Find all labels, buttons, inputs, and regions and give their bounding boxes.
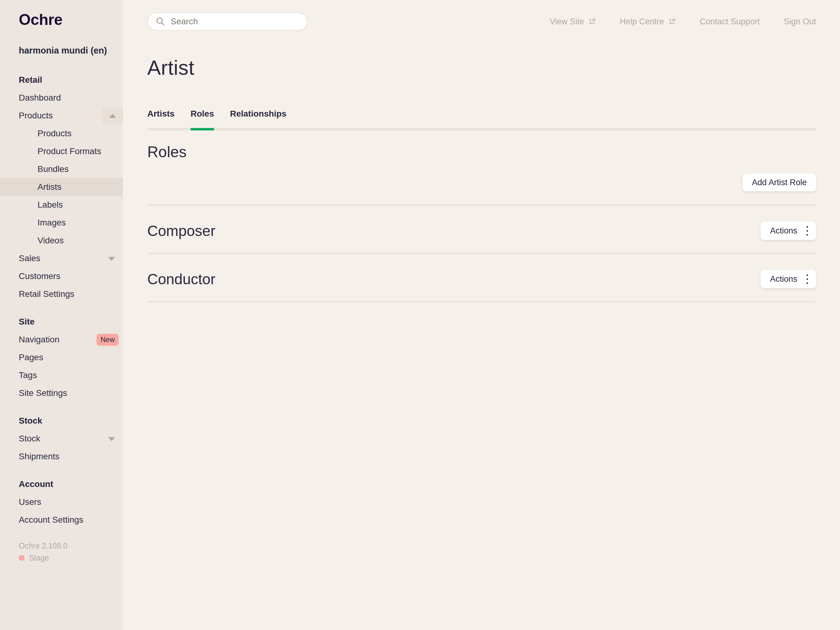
contact-support-label: Contact Support <box>700 17 760 27</box>
tab-roles[interactable]: Roles <box>191 109 214 130</box>
tab-artists[interactable]: Artists <box>147 109 175 130</box>
sidebar-item-pages[interactable]: Pages <box>0 348 123 366</box>
sidebar-header-stock: Stock <box>0 412 123 430</box>
stage-dot-icon <box>19 555 25 561</box>
sidebar-item-site-settings[interactable]: Site Settings <box>0 384 123 402</box>
help-centre-link[interactable]: Help Centre <box>620 17 676 27</box>
search-box[interactable] <box>147 12 308 31</box>
add-artist-role-button[interactable]: Add Artist Role <box>742 174 816 192</box>
app-root: Ochre harmonia mundi (en) Retail Dashboa… <box>0 0 840 630</box>
sidebar-item-retail-settings[interactable]: Retail Settings <box>0 285 123 303</box>
sidebar-header-account: Account <box>0 475 123 493</box>
tab-roles-label: Roles <box>191 109 214 119</box>
sidebar-item-stock-label: Stock <box>19 434 40 443</box>
active-tab-underline <box>191 128 214 130</box>
help-centre-label: Help Centre <box>620 17 664 27</box>
page-title: Artist <box>147 57 816 78</box>
role-name: Conductor <box>147 271 215 288</box>
sidebar-item-products[interactable]: Products <box>0 107 123 125</box>
sidebar-item-users[interactable]: Users <box>0 493 123 511</box>
sidebar: Ochre harmonia mundi (en) Retail Dashboa… <box>0 0 123 630</box>
sidebar-item-artists[interactable]: Artists <box>0 178 123 196</box>
search-input[interactable] <box>171 17 300 27</box>
tab-bar: Artists Roles Relationships <box>147 109 816 130</box>
environment-indicator: Stage <box>19 553 123 562</box>
sidebar-item-images[interactable]: Images <box>0 214 123 232</box>
composer-actions-button[interactable]: Actions <box>761 222 816 240</box>
sidebar-item-videos[interactable]: Videos <box>0 232 123 250</box>
kebab-menu-icon <box>807 226 808 236</box>
contact-support-link[interactable]: Contact Support <box>700 17 760 27</box>
external-link-icon <box>589 18 596 25</box>
products-collapse-toggle[interactable] <box>102 108 123 123</box>
tab-rule <box>147 128 816 130</box>
actions-label: Actions <box>770 274 797 284</box>
app-version: Ochre 2.108.0 <box>19 540 123 551</box>
sidebar-footer: Ochre 2.108.0 Stage <box>19 540 123 562</box>
sidebar-item-navigation-label: Navigation <box>19 335 59 345</box>
role-name: Composer <box>147 222 215 239</box>
sidebar-item-sales-label: Sales <box>19 253 40 263</box>
topbar: View Site Help Centre Contact Support Si… <box>147 12 816 31</box>
environment-label: Stage <box>29 553 49 562</box>
sidebar-item-dashboard[interactable]: Dashboard <box>0 89 123 107</box>
divider <box>147 301 816 302</box>
nav-section-gap <box>0 465 123 475</box>
chevron-down-icon <box>108 257 115 261</box>
view-site-link[interactable]: View Site <box>550 17 596 27</box>
sidebar-nav: Retail Dashboard Products Products Produ… <box>0 71 123 529</box>
external-link-icon <box>668 18 676 25</box>
chevron-up-icon <box>109 114 116 118</box>
add-role-row: Add Artist Role <box>147 174 816 192</box>
view-site-label: View Site <box>550 17 584 27</box>
sidebar-item-shipments[interactable]: Shipments <box>0 448 123 465</box>
conductor-actions-button[interactable]: Actions <box>761 270 816 288</box>
main-content: View Site Help Centre Contact Support Si… <box>123 0 840 630</box>
site-name: harmonia mundi (en) <box>19 44 123 57</box>
sidebar-item-navigation[interactable]: Navigation New <box>0 331 123 348</box>
sidebar-header-site: Site <box>0 313 123 331</box>
sidebar-item-customers[interactable]: Customers <box>0 268 123 285</box>
sidebar-item-tags[interactable]: Tags <box>0 366 123 384</box>
kebab-menu-icon <box>807 274 808 284</box>
tab-relationships[interactable]: Relationships <box>230 109 287 130</box>
sign-out-label: Sign Out <box>784 17 816 27</box>
sidebar-item-sales[interactable]: Sales <box>0 250 123 268</box>
nav-section-gap <box>0 402 123 412</box>
sidebar-item-product-formats[interactable]: Product Formats <box>0 142 123 160</box>
topbar-links: View Site Help Centre Contact Support Si… <box>550 17 816 27</box>
actions-label: Actions <box>770 226 797 236</box>
app-logo[interactable]: Ochre <box>19 11 123 28</box>
add-artist-role-label: Add Artist Role <box>752 178 807 187</box>
nav-section-gap <box>0 303 123 313</box>
sidebar-item-labels[interactable]: Labels <box>0 196 123 214</box>
chevron-down-icon <box>108 437 115 441</box>
sign-out-link[interactable]: Sign Out <box>784 17 816 27</box>
new-badge: New <box>96 334 119 346</box>
sidebar-item-account-settings[interactable]: Account Settings <box>0 511 123 529</box>
sidebar-header-retail: Retail <box>0 71 123 89</box>
search-icon <box>155 16 166 27</box>
sidebar-item-products-products[interactable]: Products <box>0 125 123 142</box>
role-row-conductor: Conductor Actions <box>147 254 816 301</box>
sidebar-item-bundles[interactable]: Bundles <box>0 160 123 178</box>
sidebar-item-products-label: Products <box>19 111 53 120</box>
sidebar-item-stock[interactable]: Stock <box>0 430 123 448</box>
role-row-composer: Composer Actions <box>147 206 816 253</box>
section-title: Roles <box>147 143 816 161</box>
